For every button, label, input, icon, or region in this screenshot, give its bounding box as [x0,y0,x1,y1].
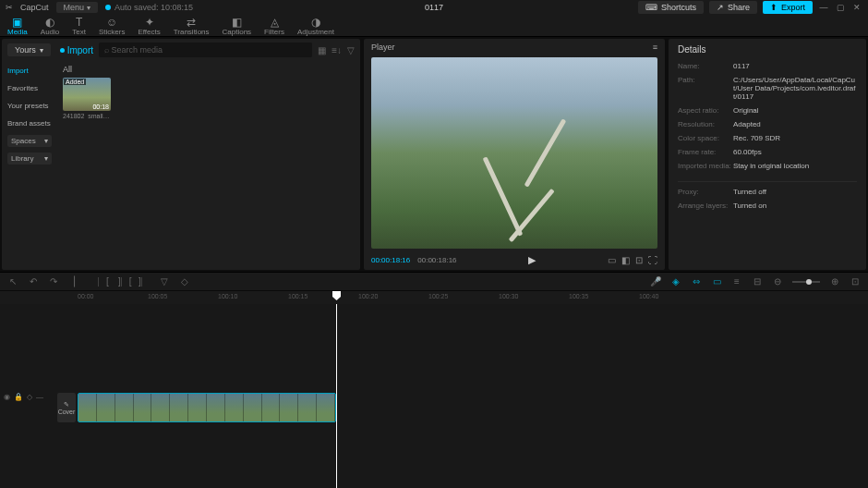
tab-captions[interactable]: ◧Captions [223,16,252,36]
timeline-clip[interactable]: 241802_small.mp4 00:00:04 241802_small.m… [78,393,336,422]
ratio-icon[interactable]: ▭ [608,255,616,265]
media-thumbnail[interactable]: Added 00:18 241802_small.mp4 [63,78,111,119]
track-toggle-icon[interactable]: ◉ [4,393,10,401]
timeline-area: ↖ ↶ ↷ ⎮ ⎸[ ]⎸[ ]⎸ ▽ ◇ 🎤 ◈ ⇔ ▭ ≡ ⊟ ⊖ ⊕ ⊡ … [0,272,868,488]
clip-duration: 00:18 [92,104,109,110]
track-mute-icon[interactable]: ◇ [27,393,32,401]
timeline-ruler[interactable]: 00:00 100:05 100:10 100:15 100:20 100:25… [0,291,868,304]
sort-icon[interactable]: ≡↓ [332,45,342,55]
detail-colorspace: Rec. 709 SDR [733,134,857,142]
player-viewport[interactable] [371,57,657,249]
total-time: 00:00:18:16 [417,256,456,264]
link-icon[interactable]: ⇔ [691,276,702,287]
clip-filename: 241802_small.mp4 [63,113,111,119]
sidebar-spaces[interactable]: Spaces▾ [7,135,52,147]
split-icon[interactable]: ⎮ [68,276,79,287]
export-button[interactable]: ⬆ Export [763,1,813,14]
fit-icon[interactable]: ⊡ [850,276,861,287]
view-grid-icon[interactable]: ▦ [318,45,326,55]
mid-split-icon[interactable]: ]⎸[ [118,276,129,287]
delete-icon[interactable]: ▽ [159,276,170,287]
sidebar-brand[interactable]: Brand assets [7,117,52,129]
collapse-icon[interactable]: ⊟ [752,276,763,287]
undo-icon[interactable]: ↶ [28,276,39,287]
compare-icon[interactable]: ◧ [621,255,630,265]
autosave-status: Auto saved: 10:08:15 [105,3,193,12]
tab-stickers[interactable]: ☺Stickers [99,16,125,36]
details-panel: Details Name:0117 Path:C:/Users/User/App… [669,39,866,270]
sidebar-library[interactable]: Library▾ [7,152,52,165]
share-button[interactable]: ↗ Share [709,1,757,14]
sidebar-presets[interactable]: Your presets [7,100,52,112]
maximize-icon[interactable]: ▢ [835,2,846,13]
app-name: CapCut [20,3,49,12]
details-title: Details [678,44,857,55]
detail-imported: Stay in original location [733,162,857,170]
media-panel: Yours▾ Import ⌕ Search media ▦ ≡↓ ▽ Impo… [2,39,360,270]
detail-arrange: Turned on [733,201,857,210]
titlebar: ✂ CapCut Menu▾ Auto saved: 10:08:15 0117… [0,0,868,15]
quality-icon[interactable]: ⊡ [635,255,643,265]
search-input[interactable]: ⌕ Search media [99,43,312,57]
project-title: 0117 [425,3,443,12]
play-button[interactable]: ▶ [528,254,536,266]
tab-effects[interactable]: ✦Effects [138,16,160,36]
yours-dropdown[interactable]: Yours▾ [7,43,51,56]
mic-icon[interactable]: 🎤 [650,276,661,287]
zoom-out-icon[interactable]: ⊖ [772,276,783,287]
all-label: All [63,65,355,74]
filter-icon[interactable]: ▽ [347,45,355,55]
player-menu-icon[interactable]: ≡ [653,43,657,52]
snap-icon[interactable]: ◈ [670,276,681,287]
preview-icon[interactable]: ▭ [711,276,722,287]
select-tool-icon[interactable]: ↖ [7,276,18,287]
player-panel: Player ≡ 00:00:18:16 00:00:18:16 ▶ ▭ ◧ ⊡… [364,39,665,270]
tab-adjustment[interactable]: ◑Adjustment [297,16,334,36]
detail-proxy: Turned off [733,188,857,196]
import-button[interactable]: Import [60,45,93,55]
track-controls: ◉ 🔒 ◇ — [0,393,54,401]
detail-name: 0117 [733,62,857,70]
tab-filters[interactable]: ◬Filters [264,16,284,36]
left-split-icon[interactable]: ⎸[ [98,276,109,287]
cover-button[interactable]: ✎ Cover [57,393,76,422]
media-sidebar: Import Favorites Your presets Brand asse… [2,61,57,270]
track-icon[interactable]: ≡ [731,276,742,287]
detail-framerate: 60.00fps [733,148,857,156]
track-hide-icon[interactable]: — [36,393,43,401]
zoom-slider[interactable] [792,281,820,283]
player-title: Player [371,43,395,52]
close-icon[interactable]: ✕ [851,2,862,13]
marker-icon[interactable]: ◇ [179,276,190,287]
app-logo: ✂ [6,3,13,12]
sidebar-favorites[interactable]: Favorites [7,82,52,94]
menu-button[interactable]: Menu▾ [56,2,99,13]
fullscreen-icon[interactable]: ⛶ [648,255,657,265]
detail-resolution: Adapted [733,120,857,128]
detail-path: C:/Users/User/AppData/Local/CapCut/User … [733,76,857,101]
shortcuts-button[interactable]: ⌨ Shortcuts [638,1,704,14]
zoom-in-icon[interactable]: ⊕ [829,276,840,287]
tab-transitions[interactable]: ⇄Transitions [174,16,210,36]
detail-aspect: Original [733,106,857,115]
playhead[interactable] [336,304,337,488]
right-split-icon[interactable]: ]⎸ [139,276,150,287]
minimize-icon[interactable]: — [818,2,829,13]
added-badge: Added [64,79,86,85]
current-time: 00:00:18:16 [371,256,410,264]
main-toolbar: ▣Media ◐Audio TText ☺Stickers ✦Effects ⇄… [0,15,868,37]
sidebar-import[interactable]: Import [7,65,52,77]
redo-icon[interactable]: ↷ [48,276,59,287]
tab-media[interactable]: ▣Media [7,16,28,36]
timeline-body[interactable]: ◉ 🔒 ◇ — ✎ Cover 241802_small.mp4 00:00:0… [0,304,868,488]
tab-audio[interactable]: ◐Audio [41,16,59,36]
track-lock-icon[interactable]: 🔒 [14,393,23,401]
tab-text[interactable]: TText [72,16,86,36]
